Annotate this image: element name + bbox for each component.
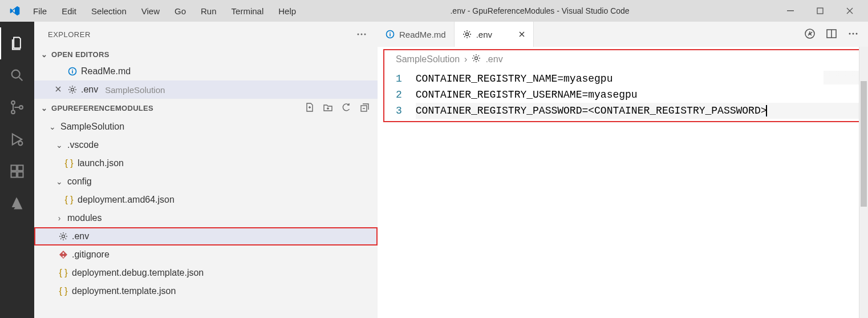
tree-file-deploy-debug[interactable]: { } deployment.debug.template.json [34,264,378,282]
split-editor-icon[interactable] [826,28,837,41]
svg-point-2 [12,70,20,78]
close-icon[interactable] [518,30,525,39]
tree-folder-vscode[interactable]: ⌄ .vscode [34,136,378,154]
chevron-right-icon: › [55,214,64,223]
tree-folder-modules[interactable]: › modules [34,209,378,227]
folder-header[interactable]: ⌄ GPUREFERENCEMODULES [34,99,378,118]
breadcrumb-parent: SampleSolution [396,54,460,65]
svg-point-17 [62,235,65,238]
collapse-all-icon[interactable] [359,102,370,114]
activity-azure[interactable] [0,187,34,219]
folder-name: GPUREFERENCEMODULES [51,104,153,112]
minimap[interactable] [824,71,863,98]
svg-point-6 [18,142,22,146]
code-line: CONTAINER_REGISTRY_NAME=myasegpu [416,71,860,87]
chevron-down-icon: ⌄ [48,122,57,131]
tree-label: .vscode [67,140,99,150]
window-controls [777,2,863,20]
activity-bar [0,22,34,318]
svg-point-23 [853,33,854,34]
scrollbar-thumb[interactable] [861,81,867,207]
open-editors-header[interactable]: ⌄ OPEN EDITORS [34,47,378,62]
svg-point-22 [849,33,851,34]
tab-env[interactable]: .env [455,22,534,47]
open-editor-label: .env [81,84,98,95]
close-button[interactable] [836,2,863,20]
tree-file-env[interactable]: .env [34,227,378,245]
tree-folder-samplesolution[interactable]: ⌄ SampleSolution [34,118,378,136]
close-icon[interactable] [55,84,64,95]
chevron-down-icon: ⌄ [41,50,50,59]
vscode-logo-icon [9,5,21,17]
chevron-down-icon: ⌄ [55,140,64,150]
tree-file-gitignore[interactable]: .gitignore [34,245,378,264]
gear-icon [58,232,68,241]
menu-bar: File Edit Selection View Go Run Terminal… [26,3,303,19]
file-tree: ⌄ SampleSolution ⌄ .vscode { } launch.js… [34,118,378,300]
menu-edit[interactable]: Edit [55,3,83,19]
tree-label: deployment.amd64.json [78,195,175,205]
code-content[interactable]: CONTAINER_REGISTRY_NAME=myasegpu CONTAIN… [412,69,863,121]
menu-terminal[interactable]: Terminal [225,3,271,19]
tab-label: .env [476,30,492,39]
more-icon[interactable] [847,28,859,41]
svg-rect-9 [11,172,17,177]
maximize-button[interactable] [806,2,834,20]
menu-run[interactable]: Run [194,3,224,19]
tab-readme[interactable]: ReadMe.md [378,22,455,47]
tree-label: .env [72,231,89,241]
tree-file-deploy-template[interactable]: { } deployment.template.json [34,282,378,300]
gear-icon [472,54,481,65]
code-editor[interactable]: 1 2 3 CONTAINER_REGISTRY_NAME=myasegpu C… [383,69,865,122]
new-folder-icon[interactable] [323,102,333,114]
tree-file-deployment-amd64[interactable]: { } deployment.amd64.json [34,191,378,209]
tree-file-launch[interactable]: { } launch.json [34,154,378,172]
run-icon[interactable] [804,28,816,41]
minimize-button[interactable] [777,2,804,20]
activity-run-debug[interactable] [0,123,34,155]
menu-go[interactable]: Go [168,3,193,19]
open-editors-label: OPEN EDITORS [51,50,109,59]
tree-folder-config[interactable]: ⌄ config [34,172,378,191]
svg-point-11 [358,34,359,35]
chevron-down-icon: ⌄ [41,104,50,112]
svg-rect-8 [18,166,23,171]
gear-icon [463,30,472,39]
breadcrumb[interactable]: SampleSolution › .env [383,49,865,69]
menu-selection[interactable]: Selection [84,3,133,19]
menu-file[interactable]: File [26,3,54,19]
editor-area: ReadMe.md .env [378,22,868,318]
json-icon: { } [64,158,74,168]
open-editor-readme[interactable]: ReadMe.md [34,62,378,80]
json-icon: { } [58,268,68,278]
tree-label: SampleSolution [60,122,124,132]
tree-label: modules [67,213,102,223]
svg-point-15 [71,88,74,91]
svg-rect-7 [11,166,17,171]
refresh-icon[interactable] [341,102,351,114]
menu-help[interactable]: Help [271,3,303,19]
new-file-icon[interactable] [305,102,315,114]
svg-rect-1 [817,8,823,14]
tab-label: ReadMe.md [399,30,446,39]
open-editor-label: ReadMe.md [81,66,131,77]
sidebar-more-icon[interactable] [356,29,367,40]
activity-source-control[interactable] [0,91,34,123]
svg-point-5 [19,106,23,109]
breadcrumb-file: .env [485,54,502,65]
git-icon [58,250,68,259]
sidebar-title: EXPLORER [48,30,91,39]
tree-label: deployment.debug.template.json [72,268,204,278]
line-gutter: 1 2 3 [384,69,412,121]
activity-explorer[interactable] [0,27,34,59]
svg-point-24 [856,33,858,34]
activity-search[interactable] [0,59,34,91]
menu-view[interactable]: View [135,3,167,19]
vertical-scrollbar[interactable] [859,47,868,318]
svg-point-19 [465,33,468,36]
chevron-right-icon: › [464,54,467,65]
json-icon: { } [58,286,68,296]
open-editor-env[interactable]: .env SampleSolution [34,80,378,99]
activity-extensions[interactable] [0,155,34,187]
tree-label: config [67,176,92,187]
